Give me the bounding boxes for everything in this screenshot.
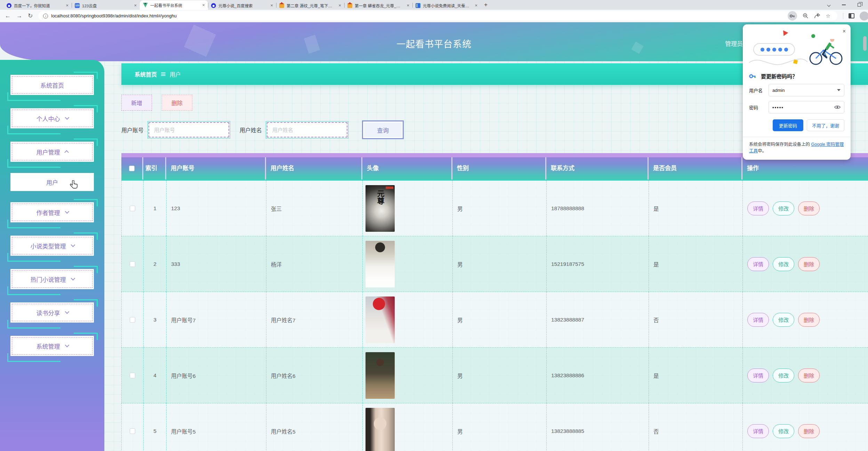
breadcrumb-root[interactable]: 系统首页: [135, 70, 157, 78]
cell-account: 用户账号6: [167, 348, 266, 403]
no-thanks-button[interactable]: 不用了，谢谢: [807, 119, 844, 131]
sidebar-subitem-label: 用户: [46, 178, 58, 187]
tab-yuanzun-read[interactable]: 元尊小说免费阅读_天蚕土豆_全 ×: [412, 1, 481, 10]
tab-123pan[interactable]: 123 123云盘 ×: [72, 1, 140, 10]
zoom-icon[interactable]: [803, 13, 809, 19]
address-bar[interactable]: i localhost:8080/springboot9398r/admin/d…: [38, 11, 837, 21]
name-search-input[interactable]: [267, 122, 347, 137]
site-info-icon[interactable]: i: [43, 14, 48, 18]
update-password-button[interactable]: 更新密码: [773, 119, 803, 131]
delete-button[interactable]: 删除: [798, 201, 820, 215]
forward-button[interactable]: →: [16, 13, 22, 19]
new-tab-button[interactable]: +: [484, 1, 488, 8]
detail-button[interactable]: 详情: [747, 424, 769, 438]
password-key-icon[interactable]: [788, 11, 797, 21]
select-caret-icon: [837, 89, 841, 91]
detail-button[interactable]: 详情: [747, 313, 769, 327]
table-actions-row: 新增 删除: [121, 95, 192, 111]
delete-button[interactable]: 删除: [798, 257, 820, 271]
sidebar-item-user-management[interactable]: 用户管理: [10, 142, 94, 162]
sidebar-item-personal-center[interactable]: 个人中心: [10, 108, 94, 128]
select-all-checkbox[interactable]: [129, 166, 135, 171]
edit-button[interactable]: 修改: [773, 424, 794, 438]
row-checkbox[interactable]: [130, 428, 135, 434]
share-icon[interactable]: [814, 13, 820, 19]
sidebar-item-home[interactable]: 系统首页: [10, 75, 94, 95]
query-button[interactable]: 查询: [362, 120, 404, 139]
cell-account: 用户账号5: [167, 403, 266, 451]
detail-button[interactable]: 详情: [747, 201, 769, 215]
edit-button[interactable]: 修改: [773, 369, 794, 382]
sidebar-item-novel-type-management[interactable]: 小说类型管理: [10, 236, 94, 256]
username-select[interactable]: admin: [769, 84, 844, 96]
edit-button[interactable]: 修改: [773, 201, 794, 215]
sidebar-item-system-management[interactable]: 系统管理: [10, 336, 94, 356]
cell-member: 否: [649, 292, 743, 347]
cell-index: 5: [144, 403, 167, 451]
column-header-member: 是否会员: [649, 157, 742, 180]
tab-book-platform-active[interactable]: 一起看书平台系统 ×: [140, 0, 208, 10]
logged-in-user[interactable]: 管理员: [725, 39, 743, 48]
tab-title: 第一章 蟒雀吞龙_元尊_笔下文学: [355, 3, 404, 8]
table-row: 5 用户账号5 用户姓名5 男 13823888885 否 详情 修改 删除: [121, 403, 868, 451]
tab-baidu-home[interactable]: 百度一下，你就知道 ×: [3, 1, 72, 10]
reload-button[interactable]: ↻: [28, 13, 33, 19]
detail-button[interactable]: 详情: [747, 257, 769, 271]
cell-account: 123: [167, 181, 266, 236]
app-header: 一起看书平台系统 管理员: [0, 22, 868, 61]
add-button[interactable]: 新增: [121, 95, 152, 111]
footer-text: 中。: [758, 149, 766, 153]
account-search-input[interactable]: [148, 122, 229, 137]
tab-close-icon[interactable]: ×: [270, 3, 273, 8]
row-checkbox[interactable]: [130, 373, 135, 378]
tab-chapter-1[interactable]: 第一章 蟒雀吞龙_元尊_笔下文学 ×: [344, 1, 412, 10]
row-checkbox[interactable]: [130, 206, 135, 211]
sidebar-item-hot-novel-management[interactable]: 热门小说管理: [10, 269, 94, 289]
edit-button[interactable]: 修改: [773, 313, 794, 327]
tab-close-icon[interactable]: ×: [407, 3, 409, 8]
book-favicon: [416, 3, 420, 8]
avatar-image-person-red-cap: [365, 296, 395, 343]
tab-close-icon[interactable]: ×: [134, 3, 137, 8]
sidebar: 系统首页 个人中心 用户管理 用户 作者管理 小说类型管理 热门小说管理: [0, 60, 104, 451]
tab-chapter-2[interactable]: 第二章 源纹_元尊_笔下文学 ×: [276, 1, 344, 10]
back-button[interactable]: ←: [5, 13, 11, 19]
tab-yuanzun-search[interactable]: 元尊小说_百度搜索 ×: [208, 1, 276, 10]
chevron-down-icon: [65, 309, 69, 314]
delete-button[interactable]: 删除: [798, 424, 820, 438]
delete-button[interactable]: 删除: [798, 369, 820, 382]
window-controls: [821, 0, 868, 10]
window-minimize-button[interactable]: [842, 5, 846, 5]
row-checkbox[interactable]: [130, 317, 135, 323]
chevron-down-icon: [65, 115, 69, 120]
avatar-image-woman-outdoor: [365, 352, 395, 399]
tab-close-icon[interactable]: ×: [202, 2, 205, 8]
cell-index: 1: [144, 181, 167, 236]
show-password-eye-icon[interactable]: [834, 105, 841, 109]
password-field[interactable]: •••••: [769, 101, 844, 113]
bookmark-star-icon[interactable]: ☆: [826, 13, 830, 18]
window-restore-button[interactable]: [858, 3, 861, 7]
tab-close-icon[interactable]: ×: [475, 3, 477, 8]
avatar-image-man-white-shirt: [365, 241, 395, 287]
profile-avatar[interactable]: [860, 11, 868, 21]
popup-title: 要更新密码吗？: [761, 72, 797, 80]
toolbar-divider: [843, 13, 843, 19]
delete-button[interactable]: 删除: [798, 313, 820, 327]
detail-button[interactable]: 详情: [747, 369, 769, 382]
edit-button[interactable]: 修改: [773, 257, 794, 271]
row-checkbox[interactable]: [130, 261, 135, 267]
cell-gender: 男: [453, 292, 547, 347]
baidu-favicon: [7, 3, 11, 8]
tab-close-icon[interactable]: ×: [66, 3, 69, 8]
scrollbar-thumb[interactable]: [863, 36, 867, 51]
cell-phone: 18788888888: [547, 181, 649, 236]
sidebar-item-reading-share[interactable]: 读书分享: [10, 302, 94, 323]
sidebar-item-author-management[interactable]: 作者管理: [10, 202, 94, 222]
vue-favicon: [143, 3, 148, 8]
tab-close-icon[interactable]: ×: [338, 3, 341, 8]
batch-delete-button[interactable]: 删除: [162, 95, 192, 111]
tab-search-chevron-icon[interactable]: [827, 3, 831, 7]
sidebar-subitem-user[interactable]: 用户: [10, 173, 94, 191]
side-panel-icon[interactable]: [849, 13, 854, 18]
